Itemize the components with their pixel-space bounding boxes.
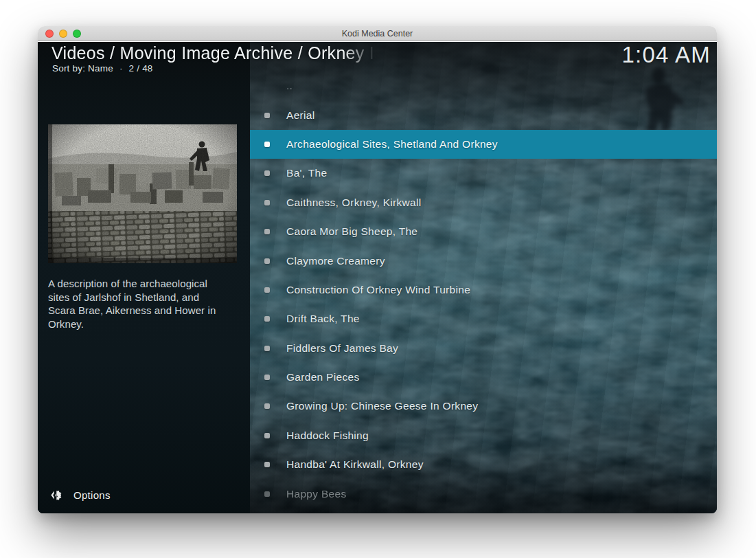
bullet-icon — [264, 170, 270, 176]
list-item-label: Haddock Fishing — [286, 429, 369, 442]
list-item[interactable]: Happy Bees — [250, 479, 717, 508]
list-item-parent-folder[interactable]: .. — [250, 71, 717, 100]
bullet-icon — [264, 142, 270, 147]
bullet-icon — [264, 316, 270, 322]
list-item-label: Archaeological Sites, Shetland And Orkne… — [286, 138, 498, 150]
window-titlebar: Kodi Media Center — [38, 26, 717, 41]
kodi-window: Kodi Media Center — [38, 26, 717, 513]
sort-by-label: Sort by: Name — [52, 63, 113, 74]
info-sidebar: A description of the archaeological site… — [38, 42, 250, 513]
bullet-icon — [264, 433, 270, 438]
media-list: ..AerialArchaeological Sites, Shetland A… — [250, 71, 717, 509]
separator-dot: · — [119, 63, 123, 74]
list-item[interactable]: Claymore Creamery — [250, 246, 717, 275]
list-item[interactable]: Drift Back, The — [250, 304, 717, 333]
desktop: Kodi Media Center — [0, 0, 756, 558]
bullet-icon — [264, 229, 270, 234]
list-item-label: Construction Of Orkney Wind Turbine — [286, 284, 470, 296]
position-indicator: 2 / 48 — [129, 63, 153, 74]
list-item-label: Happy Bees — [286, 488, 346, 500]
list-item-label: Caithness, Orkney, Kirkwall — [286, 197, 421, 209]
kodi-ui: A description of the archaeological site… — [38, 42, 717, 513]
list-item-label: Claymore Creamery — [286, 255, 385, 267]
sort-status: Sort by: Name · 2 / 48 — [52, 63, 153, 74]
list-item-label: Fiddlers Of James Bay — [286, 342, 398, 355]
clock: 1:04 AM — [622, 42, 711, 68]
list-item[interactable]: Ba', The — [250, 159, 717, 188]
bullet-icon — [264, 491, 270, 497]
list-item-label: Aerial — [286, 109, 314, 122]
bullet-icon — [264, 403, 270, 409]
list-item[interactable]: Growing Up: Chinese Geese In Orkney — [250, 392, 717, 421]
options-label: Options — [73, 489, 111, 501]
list-item-label: Growing Up: Chinese Geese In Orkney — [286, 400, 478, 412]
bullet-icon — [264, 375, 270, 380]
list-item[interactable]: Garden Pieces — [250, 363, 717, 392]
list-item-label: Handba' At Kirkwall, Orkney — [286, 458, 424, 471]
list-item[interactable]: Caithness, Orkney, Kirkwall — [250, 188, 717, 217]
bullet-icon — [264, 462, 270, 467]
list-item[interactable]: Haddock Fishing — [250, 421, 717, 450]
breadcrumb: Videos / Moving Image Archive / Orkney I… — [51, 43, 376, 63]
list-item-label: Caora Mor Big Sheep, The — [286, 225, 417, 238]
bullet-icon — [264, 113, 270, 118]
list-item[interactable]: Handba' At Kirkwall, Orkney — [250, 450, 717, 479]
window-title: Kodi Media Center — [38, 26, 717, 41]
list-item[interactable]: Caora Mor Big Sheep, The — [250, 217, 717, 246]
list-item[interactable]: Fiddlers Of James Bay — [250, 334, 717, 363]
list-item[interactable]: Aerial — [250, 100, 717, 129]
bullet-icon — [264, 258, 270, 264]
list-item[interactable]: Archaeological Sites, Shetland And Orkne… — [250, 130, 717, 159]
bullet-icon — [264, 287, 270, 293]
list-item[interactable]: Construction Of Orkney Wind Turbine — [250, 276, 717, 304]
list-item-label: Garden Pieces — [286, 371, 359, 383]
options-icon — [49, 489, 62, 502]
list-item-label: .. — [286, 80, 293, 92]
bullet-icon — [264, 346, 270, 351]
list-item-label: Drift Back, The — [286, 313, 360, 325]
video-thumbnail — [48, 124, 237, 263]
list-item-label: Ba', The — [286, 167, 327, 179]
options-button[interactable]: Options — [43, 484, 117, 505]
bullet-icon — [264, 200, 270, 205]
video-description: A description of the archaeological site… — [48, 277, 229, 331]
